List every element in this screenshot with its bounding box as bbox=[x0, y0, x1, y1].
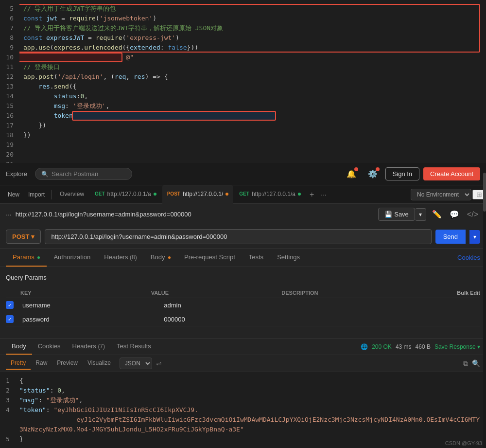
edit-button[interactable]: ✏️ bbox=[430, 208, 444, 221]
json-line-2: 2 "status": 0, bbox=[6, 386, 480, 395]
request-more-button[interactable]: ··· bbox=[6, 211, 12, 218]
resp-cookies-label: Cookies bbox=[38, 342, 61, 350]
resp-actions: ⧉ 🔍 bbox=[463, 359, 480, 368]
resp-raw-tab[interactable]: Raw bbox=[31, 357, 52, 370]
method-url-row: POST ▾ Send ▾ bbox=[0, 225, 486, 249]
save-button[interactable]: 💾 Save bbox=[378, 208, 415, 221]
method-select[interactable]: POST ▾ bbox=[6, 230, 41, 244]
resp-body-label: Body bbox=[12, 342, 26, 350]
notification-icon[interactable]: 🔔 bbox=[343, 167, 360, 180]
url-input[interactable] bbox=[45, 229, 431, 244]
tab-overview[interactable]: Overview bbox=[55, 185, 89, 204]
preview-label: Preview bbox=[57, 359, 78, 366]
json-body: 1 { 2 "status": 0, 3 "msg": "登录成功", 4 "t… bbox=[0, 372, 486, 448]
bulk-edit-label[interactable]: Bulk Edit bbox=[457, 290, 480, 296]
tab-tests-label: Tests bbox=[249, 253, 263, 261]
param-checkbox-2[interactable]: ✓ bbox=[6, 315, 14, 323]
json-ln-4: 4 bbox=[6, 405, 16, 434]
environment-select[interactable]: No Environment bbox=[411, 189, 471, 200]
response-section: Body Cookies Headers (7) Test Results 🌐 … bbox=[0, 338, 486, 448]
copy-button[interactable]: ⧉ bbox=[463, 359, 468, 368]
send-dropdown-button[interactable]: ▾ bbox=[469, 230, 480, 244]
new-button[interactable]: New bbox=[4, 189, 23, 200]
params-table: KEY VALUE DESCRIPTION Bulk Edit ✓ userna… bbox=[6, 288, 480, 326]
method-value: POST bbox=[12, 233, 29, 240]
tab-get-1[interactable]: GET http://127.0.0.1/a bbox=[90, 185, 161, 204]
search-response-button[interactable]: 🔍 bbox=[472, 359, 480, 368]
tab-get-2[interactable]: GET http://127.0.0.1/a bbox=[234, 185, 306, 204]
save-dropdown-button[interactable]: ▾ bbox=[415, 208, 426, 221]
tab-params[interactable]: Params bbox=[6, 249, 47, 267]
save-icon: 💾 bbox=[384, 211, 392, 218]
save-response-chevron: ▾ bbox=[477, 343, 480, 350]
postman-ui: Explore 🔍 Search Postman 🔔 ⚙️ Sign In Cr… bbox=[0, 163, 486, 448]
tab-authorization[interactable]: Authorization bbox=[47, 249, 97, 267]
tab-headers[interactable]: Headers (8) bbox=[97, 249, 143, 267]
json-ln-1: 1 bbox=[6, 376, 16, 386]
code-editor: 5 6 7 8 9 10 11 12 13 14 15 16 17 18 19 … bbox=[0, 0, 486, 163]
code-button[interactable]: </> bbox=[465, 208, 480, 221]
col-desc-label: DESCRIPTION bbox=[281, 290, 412, 296]
json-line-4: 4 "token": "eyJhbGciOiJIUzI1NiIsInR5cCI6… bbox=[6, 405, 480, 434]
json-key-msg: "msg": "登录成功", bbox=[19, 395, 83, 405]
tab-method-get-1: GET bbox=[95, 191, 105, 197]
tab-prerequest[interactable]: Pre-request Script bbox=[177, 249, 242, 267]
param-key-1[interactable]: username bbox=[20, 302, 164, 309]
json-ln-3: 3 bbox=[6, 395, 16, 405]
json-brace-close: } bbox=[19, 434, 23, 444]
scrollbar-track[interactable] bbox=[483, 163, 486, 448]
tab-body[interactable]: Body bbox=[144, 249, 177, 267]
resp-tab-body[interactable]: Body bbox=[6, 339, 32, 355]
tab-settings[interactable]: Settings bbox=[270, 249, 307, 267]
json-line-5: 5 } bbox=[6, 434, 480, 444]
pretty-label: Pretty bbox=[11, 359, 26, 366]
sub-tabs: Params Authorization Headers (8) Body Pr… bbox=[0, 249, 486, 267]
watermark: CSDN @GY-93 bbox=[445, 440, 482, 446]
status-ok-text: 200 OK bbox=[372, 343, 392, 350]
signin-button[interactable]: Sign In bbox=[385, 167, 419, 180]
resp-tab-headers[interactable]: Headers (7) bbox=[67, 339, 111, 355]
json-ln-5: 5 bbox=[6, 434, 16, 444]
body-dot bbox=[168, 256, 171, 259]
param-value-2[interactable]: 000000 bbox=[164, 316, 307, 323]
query-params-title: Query Params bbox=[6, 270, 47, 285]
format-select[interactable]: JSON bbox=[120, 358, 152, 369]
scrollbar-thumb[interactable] bbox=[483, 173, 486, 212]
param-checkbox-1[interactable]: ✓ bbox=[6, 301, 14, 309]
tab-headers-label: Headers bbox=[104, 253, 128, 261]
request-url-display: http://127.0.0.1/api/login?username=admi… bbox=[16, 211, 375, 218]
tab-settings-label: Settings bbox=[277, 253, 300, 261]
search-placeholder: Search Postman bbox=[52, 170, 98, 178]
send-button[interactable]: Send bbox=[435, 230, 466, 244]
cookies-link[interactable]: Cookies bbox=[457, 254, 480, 261]
tab-headers-count: (8) bbox=[130, 254, 137, 261]
resp-tab-cookies[interactable]: Cookies bbox=[32, 339, 67, 355]
tab-post[interactable]: POST http://127.0.0.1/ bbox=[162, 185, 234, 204]
param-value-1[interactable]: admin bbox=[164, 302, 307, 309]
tab-url-2: http://127.0.0.1/a bbox=[252, 191, 295, 197]
add-tab-button[interactable]: + bbox=[307, 190, 317, 199]
globe-icon: 🌐 bbox=[361, 343, 368, 350]
save-response-button[interactable]: Save Response ▾ bbox=[434, 343, 480, 350]
json-brace-open: { bbox=[19, 376, 23, 386]
more-tabs-button[interactable]: ··· bbox=[318, 191, 330, 198]
settings-icon[interactable]: ⚙️ bbox=[364, 167, 382, 180]
word-wrap-icon[interactable]: ⇌ bbox=[156, 359, 162, 367]
param-key-2[interactable]: password bbox=[20, 316, 164, 323]
tab-dot-2 bbox=[298, 193, 301, 196]
tab-method-post: POST bbox=[167, 191, 180, 197]
import-button[interactable]: Import bbox=[24, 189, 49, 200]
resp-preview-tab[interactable]: Preview bbox=[52, 357, 83, 370]
create-account-button[interactable]: Create Account bbox=[423, 167, 480, 180]
json-ln-2: 2 bbox=[6, 386, 16, 395]
tab-tests[interactable]: Tests bbox=[242, 249, 270, 267]
resp-visualize-tab[interactable]: Visualize bbox=[83, 357, 116, 370]
resp-tab-test-results[interactable]: Test Results bbox=[111, 339, 157, 355]
search-box[interactable]: 🔍 Search Postman bbox=[35, 168, 132, 180]
comment-button[interactable]: 💬 bbox=[448, 208, 461, 221]
tab-dot-1 bbox=[154, 193, 156, 196]
visualize-label: Visualize bbox=[87, 359, 111, 366]
query-params-section: Query Params KEY VALUE DESCRIPTION Bulk … bbox=[0, 267, 486, 338]
search-icon: 🔍 bbox=[41, 171, 49, 178]
resp-pretty-tab[interactable]: Pretty bbox=[6, 357, 31, 370]
